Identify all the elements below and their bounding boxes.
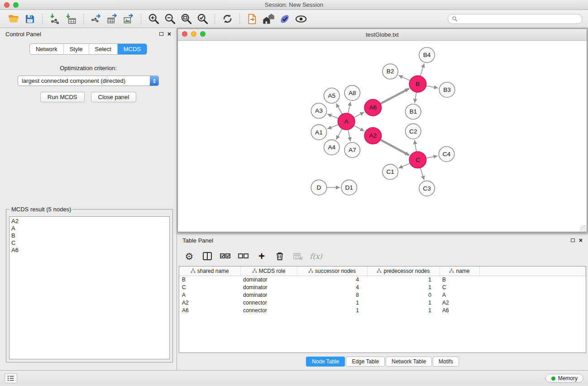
graph-edge-B-B4[interactable] (420, 63, 424, 76)
import-table-button[interactable] (63, 12, 79, 26)
mcds-result-item-A6[interactable]: A6 (11, 247, 167, 254)
cell[interactable]: 1 (367, 307, 440, 315)
mcds-result-item-C[interactable]: C (11, 239, 167, 247)
cell[interactable]: B (440, 276, 479, 284)
node-table-container[interactable]: shared nameMCDS rolesuccessor nodesprede… (179, 266, 586, 353)
show-columns-button[interactable] (200, 249, 215, 263)
open-session-button[interactable] (5, 12, 22, 26)
close-table-panel-icon[interactable]: × (579, 237, 583, 243)
tab-mcds[interactable]: MCDS (117, 44, 147, 54)
graph-node-C4[interactable]: C4 (439, 147, 454, 162)
close-panel-icon[interactable]: × (167, 31, 171, 37)
column-header-name[interactable]: name (440, 267, 479, 276)
column-header-MCDS-role[interactable]: MCDS role (240, 267, 297, 276)
graph-node-A1[interactable]: A1 (311, 124, 326, 140)
graph-edge-A-A3[interactable] (327, 114, 338, 119)
memory-button[interactable]: Memory (545, 374, 583, 383)
home-button[interactable] (260, 12, 277, 26)
search-input[interactable] (460, 16, 578, 22)
export-image-button[interactable] (120, 12, 137, 26)
graph-node-C[interactable]: C (409, 152, 426, 168)
graph-edge-A-A4[interactable] (336, 129, 343, 139)
close-window-button[interactable] (4, 2, 10, 8)
cell[interactable]: 8 (297, 291, 367, 299)
mcds-result-list[interactable]: A2ABCA6 (9, 216, 170, 359)
task-history-button[interactable] (5, 373, 17, 383)
zoom-selected-button[interactable] (194, 12, 210, 26)
close-network-window-button[interactable] (182, 31, 187, 37)
optimization-criterion-dropdown[interactable]: largest connected component (directed) (18, 76, 159, 86)
graph-node-C3[interactable]: C3 (419, 181, 435, 196)
graph-node-D[interactable]: D (311, 180, 326, 195)
export-table-button[interactable] (104, 12, 120, 26)
select-all-columns-button[interactable] (218, 249, 233, 263)
mcds-result-item-A2[interactable]: A2 (11, 218, 167, 225)
cell[interactable]: 4 (297, 284, 367, 291)
create-column-button[interactable]: + (254, 249, 269, 263)
graph-edge-A-A6[interactable] (354, 112, 364, 118)
cell[interactable]: 4 (297, 276, 367, 284)
network-window-titlebar[interactable]: testGlobe.txt (178, 29, 587, 41)
mcds-result-item-A[interactable]: A (11, 225, 167, 232)
cell[interactable]: A6 (179, 307, 240, 315)
graph-node-B1[interactable]: B1 (406, 104, 421, 119)
cell[interactable]: A (179, 291, 240, 299)
graph-node-C2[interactable]: C2 (406, 124, 421, 139)
cell[interactable]: 1 (297, 299, 367, 307)
cell[interactable]: A (440, 291, 479, 299)
graph-node-A4[interactable]: A4 (324, 140, 339, 155)
cell[interactable]: 1 (367, 299, 440, 307)
zoom-window-button[interactable] (13, 2, 19, 8)
cell[interactable]: A6 (440, 307, 479, 315)
float-table-panel-icon[interactable] (571, 238, 575, 242)
graph-edge-A-A1[interactable] (327, 124, 338, 129)
tab-select[interactable]: Select (89, 44, 117, 54)
delete-table-button[interactable] (290, 249, 306, 263)
search-box[interactable] (448, 14, 583, 24)
table-row-B[interactable]: Bdominator41B (179, 276, 586, 284)
delete-columns-button[interactable] (272, 249, 287, 263)
graph-node-B2[interactable]: B2 (382, 64, 398, 79)
export-network-button[interactable] (88, 12, 104, 26)
graph-edge-C-C4[interactable] (426, 156, 438, 158)
graph-edge-C-C3[interactable] (420, 168, 424, 180)
tab-node-table[interactable]: Node Table (306, 357, 345, 367)
float-panel-icon[interactable] (159, 32, 163, 36)
cell[interactable]: connector (240, 299, 297, 307)
column-header-predecessor-nodes[interactable]: predecessor nodes (367, 267, 440, 276)
cell[interactable]: C (179, 284, 240, 291)
graph-edge-B-B2[interactable] (398, 75, 410, 81)
graph-node-D1[interactable]: D1 (341, 180, 357, 195)
tab-network-table[interactable]: Network Table (386, 357, 432, 367)
zoom-fit-button[interactable] (178, 12, 194, 26)
run-mcds-button[interactable]: Run MCDS (40, 92, 85, 102)
cell[interactable]: C (440, 284, 479, 291)
show-graphics-details-button[interactable] (293, 12, 309, 26)
column-header-shared-name[interactable]: shared name (179, 267, 240, 276)
graph-edge-C-C2[interactable] (415, 140, 416, 152)
tab-edge-table[interactable]: Edge Table (346, 357, 385, 367)
zoom-network-window-button[interactable] (200, 31, 206, 37)
import-network-button[interactable] (47, 12, 63, 26)
cell[interactable]: dominator (240, 284, 297, 291)
validate-button[interactable] (277, 12, 293, 26)
graph-node-A7[interactable]: A7 (344, 143, 360, 158)
close-panel-button[interactable]: Close panel (91, 92, 137, 102)
cell[interactable]: dominator (240, 276, 297, 284)
graph-edge-B-B1[interactable] (415, 92, 416, 103)
graph-edge-A-A7[interactable] (348, 129, 350, 141)
unselect-all-columns-button[interactable] (236, 249, 251, 263)
tab-motifs[interactable]: Motifs (433, 357, 459, 367)
open-document-button[interactable] (244, 12, 260, 26)
graph-edge-A2-C[interactable] (380, 140, 409, 155)
graph-node-A3[interactable]: A3 (311, 103, 326, 119)
graph-edge-A6-B[interactable] (380, 89, 409, 104)
save-session-button[interactable] (22, 12, 38, 26)
cell[interactable]: 1 (297, 307, 367, 315)
apply-layout-button[interactable] (219, 12, 235, 26)
cell[interactable]: 1 (367, 276, 440, 284)
graph-node-B[interactable]: B (409, 76, 426, 92)
graph-edge-A-A2[interactable] (354, 125, 364, 131)
function-builder-button[interactable]: f(x) (308, 249, 324, 263)
zoom-out-button[interactable] (162, 12, 178, 26)
